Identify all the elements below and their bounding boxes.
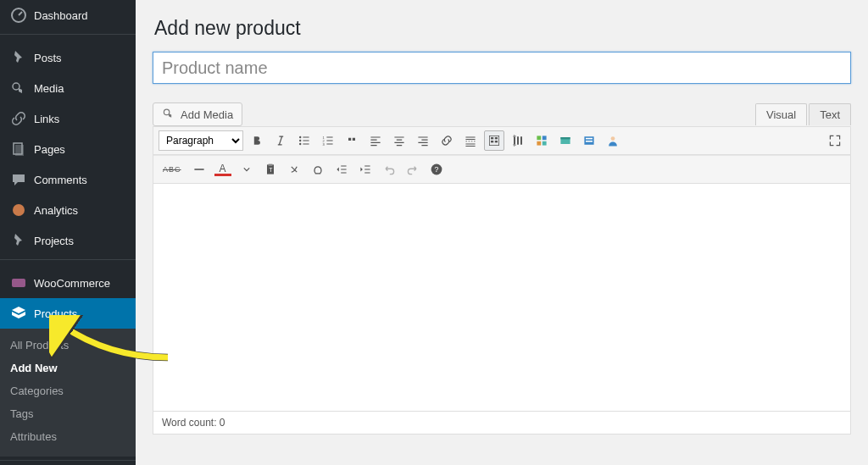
insert-user-button[interactable]	[603, 130, 623, 151]
submenu-add-new[interactable]: Add New	[0, 357, 136, 379]
format-select[interactable]: Paragraph	[159, 130, 243, 151]
word-count: Word count: 0	[162, 417, 225, 429]
svg-text:3: 3	[323, 142, 326, 147]
text-color-button[interactable]: A	[213, 159, 233, 180]
svg-text:?: ?	[434, 165, 438, 174]
svg-rect-18	[537, 136, 541, 140]
text-color-chevron-button[interactable]	[236, 159, 257, 180]
admin-sidebar: Dashboard Posts Media Links Pages Commen…	[0, 0, 136, 465]
product-title-input[interactable]	[153, 52, 851, 84]
sidebar-item-pages[interactable]: Pages	[0, 134, 136, 164]
align-right-button[interactable]	[413, 130, 433, 151]
svg-point-6	[164, 109, 169, 114]
sidebar-label: Analytics	[34, 204, 78, 217]
sidebar-label: Posts	[34, 52, 62, 64]
toolbar-row-1: Paragraph 123	[153, 127, 850, 155]
submenu-attributes[interactable]: Attributes	[0, 425, 136, 448]
special-char-button[interactable]	[308, 159, 328, 180]
sidebar-item-links[interactable]: Links	[0, 103, 136, 134]
read-more-button[interactable]	[460, 130, 481, 151]
toggle-toolbar-button[interactable]	[484, 130, 504, 151]
svg-point-4	[13, 204, 25, 216]
sidebar-item-woocommerce[interactable]: WooCommerce	[0, 268, 136, 298]
editor-tabs: Visual Text	[755, 103, 851, 125]
svg-point-27	[611, 136, 615, 141]
submenu-tags[interactable]: Tags	[0, 402, 136, 425]
link-icon	[10, 110, 27, 127]
content-editor[interactable]	[153, 184, 850, 411]
svg-text:T: T	[269, 167, 272, 173]
slider-button[interactable]	[555, 130, 576, 151]
svg-rect-17	[495, 141, 498, 142]
italic-button[interactable]	[270, 130, 291, 151]
indent-button[interactable]	[355, 159, 376, 180]
submenu-categories[interactable]: Categories	[0, 379, 136, 402]
sidebar-item-media[interactable]: Media	[0, 73, 136, 103]
undo-button[interactable]	[379, 159, 399, 180]
sidebar-label: Dashboard	[34, 9, 88, 22]
number-list-button[interactable]: 123	[318, 130, 338, 151]
menu-separator	[0, 259, 136, 264]
sidebar-item-comments[interactable]: Comments	[0, 164, 136, 195]
sidebar-item-analytics[interactable]: Analytics	[0, 195, 136, 225]
comment-icon	[10, 171, 27, 188]
svg-point-9	[299, 143, 301, 145]
sidebar-label: Pages	[34, 143, 65, 156]
strikethrough-button[interactable]: ABC	[159, 159, 186, 180]
sidebar-item-posts[interactable]: Posts	[0, 42, 136, 73]
paste-text-button[interactable]: T	[260, 159, 281, 180]
sidebar-item-dashboard[interactable]: Dashboard	[0, 0, 136, 30]
help-button[interactable]: ?	[426, 159, 447, 180]
gallery-button[interactable]	[531, 130, 552, 151]
align-left-button[interactable]	[365, 130, 386, 151]
sidebar-label: Links	[34, 113, 59, 125]
horizontal-rule-button[interactable]	[189, 159, 209, 180]
pages-icon	[10, 141, 27, 158]
blockquote-button[interactable]	[342, 130, 362, 151]
sidebar-label: Media	[34, 82, 64, 95]
sidebar-label: Projects	[34, 235, 74, 247]
tab-visual[interactable]: Visual	[755, 103, 807, 125]
svg-rect-25	[586, 138, 593, 140]
outdent-button[interactable]	[331, 159, 352, 180]
align-center-button[interactable]	[389, 130, 409, 151]
pin-icon	[10, 49, 27, 66]
sidebar-item-projects[interactable]: Projects	[0, 225, 136, 256]
media-attachment-icon	[162, 107, 175, 123]
bullet-list-button[interactable]	[294, 130, 314, 151]
tab-text[interactable]: Text	[809, 103, 851, 125]
svg-rect-19	[542, 136, 547, 140]
toolbar-row-2: ABC A T ?	[153, 155, 850, 184]
svg-rect-5	[12, 279, 25, 287]
svg-rect-3	[15, 145, 24, 156]
svg-point-7	[299, 136, 301, 138]
sidebar-item-products[interactable]: Products	[0, 298, 136, 329]
menu-separator	[0, 34, 136, 39]
redo-button[interactable]	[403, 159, 423, 180]
fullscreen-button[interactable]	[825, 130, 845, 151]
bold-button[interactable]	[247, 130, 267, 151]
submenu-all-products[interactable]: All Products	[0, 334, 136, 357]
woocommerce-icon	[10, 274, 27, 291]
insert-link-button[interactable]	[437, 130, 457, 151]
sidebar-label: Comments	[34, 174, 87, 186]
editor-status-bar: Word count: 0	[153, 411, 850, 434]
svg-rect-14	[491, 137, 493, 139]
svg-rect-26	[586, 141, 593, 142]
svg-rect-16	[491, 141, 493, 142]
svg-rect-21	[542, 141, 547, 146]
dashboard-icon	[10, 7, 27, 24]
columns-button[interactable]	[508, 130, 528, 151]
sidebar-label: WooCommerce	[34, 277, 110, 290]
clear-format-button[interactable]	[284, 159, 304, 180]
add-media-button[interactable]: Add Media	[153, 102, 242, 126]
main-content: Add new product Add Media Visual Text Pa…	[136, 0, 868, 465]
page-title: Add new product	[154, 17, 851, 40]
projects-icon	[10, 232, 27, 249]
menu-separator	[0, 460, 136, 465]
svg-rect-23	[560, 137, 570, 139]
analytics-icon	[10, 202, 27, 219]
svg-rect-15	[495, 137, 498, 139]
svg-point-1	[13, 83, 19, 90]
shortcode-button[interactable]	[579, 130, 599, 151]
